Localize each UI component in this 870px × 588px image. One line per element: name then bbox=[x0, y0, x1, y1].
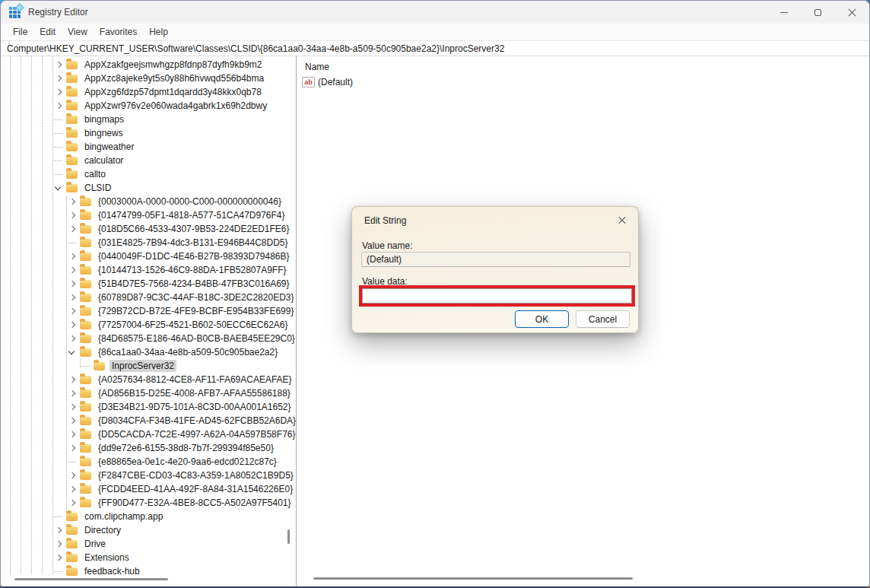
tree-item[interactable]: com.clipchamp.app bbox=[1, 510, 296, 523]
tree-item[interactable]: {D3E34B21-9D75-101A-8C3D-00AA001A1652} bbox=[1, 400, 296, 414]
tree-item[interactable]: {10144713-1526-46C9-88DA-1FB52807A9FF} bbox=[1, 263, 296, 277]
tree-item[interactable]: {0003000A-0000-0000-C000-000000000046} bbox=[1, 195, 296, 208]
close-button[interactable] bbox=[835, 1, 869, 24]
expand-chevron-icon[interactable] bbox=[68, 252, 80, 261]
expand-chevron-icon[interactable] bbox=[54, 183, 66, 192]
expand-chevron-icon[interactable] bbox=[54, 526, 66, 535]
tree-item[interactable]: feedback-hub bbox=[1, 564, 296, 578]
tree-item[interactable]: {dd9e72e6-6155-38d8-7b7f-299394f85e50} bbox=[1, 441, 296, 455]
expand-chevron-icon[interactable] bbox=[54, 87, 66, 97]
expand-chevron-icon[interactable] bbox=[68, 402, 80, 412]
tree-item[interactable]: {018D5C66-4533-4307-9B53-224DE2ED1FE6} bbox=[1, 222, 296, 236]
tree-item[interactable]: {51B4D7E5-7568-4234-B4BB-47FB3C016A69} bbox=[1, 277, 296, 291]
expand-chevron-icon[interactable] bbox=[68, 211, 80, 220]
tree-item[interactable]: {86ca1aa0-34aa-4e8b-a509-50c905bae2a2} bbox=[1, 345, 296, 359]
expand-chevron-icon[interactable] bbox=[68, 334, 80, 343]
expand-chevron-icon[interactable] bbox=[54, 142, 66, 151]
expand-chevron-icon[interactable] bbox=[54, 60, 66, 69]
tree-item[interactable]: {DD5CACDA-7C2E-4997-A62A-04A597B58F76} bbox=[1, 427, 296, 441]
menu-file[interactable]: File bbox=[7, 25, 33, 39]
tree-item[interactable]: AppXzakfgeejsmwhgzp8fdnp87dyfh9kb9m2 bbox=[1, 58, 296, 72]
tree-item[interactable]: {031E4825-7B94-4dc3-B131-E946B44C8DD5} bbox=[1, 236, 296, 250]
tree-item[interactable]: {60789D87-9C3C-44AF-B18C-3DE2C2820ED3} bbox=[1, 291, 296, 304]
tree-item[interactable]: callto bbox=[1, 167, 296, 181]
tree-item-label: InprocServer32 bbox=[110, 360, 176, 372]
expand-chevron-icon[interactable] bbox=[68, 224, 80, 234]
values-horizontal-scrollbar-thumb[interactable] bbox=[313, 577, 633, 580]
tree-item[interactable]: {e88865ea-0e1c-4e20-9aa6-edcd0212c87c} bbox=[1, 455, 296, 469]
expand-chevron-icon[interactable] bbox=[54, 156, 66, 165]
tree-item[interactable]: Extensions bbox=[1, 551, 296, 564]
expand-chevron-icon[interactable] bbox=[68, 457, 80, 466]
tree-item[interactable]: {0440049F-D1DC-4E46-B27B-98393D79486B} bbox=[1, 250, 296, 263]
tree-item[interactable]: {84D68575-E186-46AD-B0CB-BAEB45EE29C0} bbox=[1, 332, 296, 345]
expand-chevron-icon[interactable] bbox=[68, 279, 80, 288]
value-name-field[interactable]: (Default) bbox=[361, 252, 630, 267]
expand-chevron-icon[interactable] bbox=[54, 567, 66, 576]
expand-chevron-icon[interactable] bbox=[54, 101, 66, 110]
expand-chevron-icon[interactable] bbox=[81, 361, 94, 370]
menu-view[interactable]: View bbox=[62, 25, 94, 39]
folder-icon bbox=[80, 499, 91, 507]
expand-chevron-icon[interactable] bbox=[68, 197, 80, 206]
registry-tree-pane[interactable]: AppXzakfgeejsmwhgzp8fdnp87dyfh9kb9m2 App… bbox=[1, 56, 296, 586]
expand-chevron-icon[interactable] bbox=[68, 416, 80, 425]
menu-help[interactable]: Help bbox=[143, 25, 174, 39]
ok-button[interactable]: OK bbox=[515, 310, 569, 328]
tree-horizontal-scrollbar-thumb[interactable] bbox=[14, 578, 168, 580]
expand-chevron-icon[interactable] bbox=[54, 170, 66, 179]
address-bar[interactable]: Computer\HKEY_CURRENT_USER\Software\Clas… bbox=[1, 40, 869, 56]
dialog-close-icon[interactable] bbox=[616, 215, 628, 227]
value-data-input[interactable] bbox=[362, 288, 632, 304]
expand-chevron-icon[interactable] bbox=[68, 293, 80, 302]
tree-item[interactable]: {01474799-05F1-4818-A577-51CA47D976F4} bbox=[1, 208, 296, 222]
tree-item[interactable]: bingnews bbox=[1, 126, 296, 140]
expand-chevron-icon[interactable] bbox=[68, 443, 80, 453]
tree-item[interactable]: bingweather bbox=[1, 140, 296, 154]
expand-chevron-icon[interactable] bbox=[68, 471, 80, 480]
maximize-button[interactable] bbox=[801, 1, 835, 24]
tree-item[interactable]: calculator bbox=[1, 154, 296, 167]
tree-item[interactable]: AppXzg6fdzp57dpmt1dqardd3y48kkx0qb78 bbox=[1, 85, 296, 99]
expand-chevron-icon[interactable] bbox=[68, 389, 80, 398]
expand-chevron-icon[interactable] bbox=[54, 539, 66, 548]
expand-chevron-icon[interactable] bbox=[54, 512, 66, 521]
tree-item[interactable]: {AD856B15-D25E-4008-AFB7-AFAA55586188} bbox=[1, 386, 296, 400]
value-row[interactable]: ab (Default) bbox=[302, 77, 869, 87]
expand-chevron-icon[interactable] bbox=[68, 265, 80, 275]
expand-chevron-icon[interactable] bbox=[68, 498, 80, 507]
tree-item[interactable]: {77257004-6F25-4521-B602-50ECC6EC62A6} bbox=[1, 318, 296, 332]
tree-item[interactable]: {FF90D477-E32A-4BE8-8CC5-A502A97F5401} bbox=[1, 496, 296, 510]
tree-item[interactable]: InprocServer32 bbox=[1, 359, 296, 373]
tree-item[interactable]: {729B72CD-B72E-4FE9-BCBF-E954B33FE699} bbox=[1, 304, 296, 318]
menu-edit[interactable]: Edit bbox=[33, 25, 62, 39]
expand-chevron-icon[interactable] bbox=[68, 307, 80, 316]
column-header-name[interactable]: Name bbox=[298, 56, 869, 72]
expand-chevron-icon[interactable] bbox=[54, 74, 66, 83]
tree-item[interactable]: Drive bbox=[1, 537, 296, 551]
expand-chevron-icon[interactable] bbox=[68, 348, 80, 357]
expand-chevron-icon[interactable] bbox=[68, 430, 80, 439]
expand-chevron-icon[interactable] bbox=[54, 129, 66, 138]
expand-chevron-icon[interactable] bbox=[68, 320, 80, 329]
tree-item[interactable]: {F2847CBE-CD03-4C83-A359-1A8052C1B9D5} bbox=[1, 469, 296, 482]
expand-chevron-icon[interactable] bbox=[68, 375, 80, 384]
tree-item[interactable]: {FCDD4EED-41AA-492F-8A84-31A1546226E0} bbox=[1, 482, 296, 496]
pane-divider[interactable] bbox=[296, 56, 297, 586]
expand-chevron-icon[interactable] bbox=[68, 238, 80, 247]
tree-item[interactable]: {A0257634-8812-4CE8-AF11-FA69ACAEAFAE} bbox=[1, 373, 296, 386]
tree-item[interactable]: {D8034CFA-F34B-41FE-AD45-62FCBB52A6DA} bbox=[1, 414, 296, 427]
cancel-button[interactable]: Cancel bbox=[576, 310, 630, 328]
expand-chevron-icon[interactable] bbox=[68, 485, 80, 494]
tree-item[interactable]: bingmaps bbox=[1, 113, 296, 126]
expand-chevron-icon[interactable] bbox=[54, 553, 66, 562]
tree-item-label: AppXzakfgeejsmwhgzp8fdnp87dyfh9kb9m2 bbox=[82, 59, 264, 71]
tree-vertical-scrollbar-thumb[interactable] bbox=[287, 529, 290, 544]
minimize-button[interactable] bbox=[767, 1, 801, 24]
tree-item[interactable]: Directory bbox=[1, 523, 296, 537]
expand-chevron-icon[interactable] bbox=[54, 115, 66, 124]
menu-favorites[interactable]: Favorites bbox=[94, 25, 143, 39]
tree-item[interactable]: AppXzc8ajeke9yt5s0y88h6hvwqd556b4bma bbox=[1, 72, 296, 85]
tree-item[interactable]: AppXzwr976v2e060wada4gabrk1x69h2dbwy bbox=[1, 99, 296, 113]
tree-item[interactable]: CLSID bbox=[1, 181, 296, 195]
